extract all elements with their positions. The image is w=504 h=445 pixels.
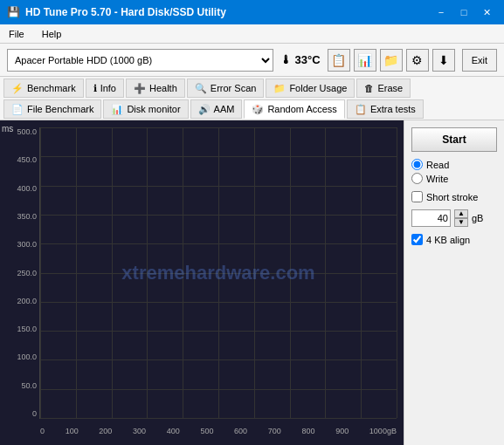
folder-icon: 📁 xyxy=(273,83,286,94)
spinner-buttons: ▲ ▼ xyxy=(454,209,468,227)
y-label-500: 500.0 xyxy=(2,127,37,136)
stroke-value-input[interactable] xyxy=(411,209,451,227)
info-icon: ℹ xyxy=(93,83,97,94)
error-scan-icon: 🔍 xyxy=(195,83,207,94)
toolbar-icon-2[interactable]: 📊 xyxy=(354,49,376,72)
menu-bar: File Help xyxy=(0,24,504,44)
y-label-250: 250.0 xyxy=(2,269,37,277)
tab-disk-monitor[interactable]: 📊 Disk monitor xyxy=(103,99,188,119)
y-label-200: 200.0 xyxy=(2,297,37,305)
temperature-value: 33°C xyxy=(295,53,321,66)
toolbar: Apacer Portable HDD (1000 gB) 🌡 33°C 📋 📊… xyxy=(0,44,504,77)
radio-write[interactable]: Write xyxy=(411,173,497,184)
x-label-700: 700 xyxy=(268,427,281,435)
y-label-350: 350.0 xyxy=(2,212,37,221)
short-stroke-input[interactable] xyxy=(411,191,423,202)
thermometer-icon: 🌡 xyxy=(280,53,292,66)
exit-button[interactable]: Exit xyxy=(462,49,497,72)
tab-random-access[interactable]: 🎲 Random Access xyxy=(244,99,344,119)
y-label-150: 150.0 xyxy=(2,325,37,333)
tab-erase[interactable]: 🗑 Erase xyxy=(356,79,411,98)
main-content: ms 0 50.0 100.0 150.0 200.0 250.0 300.0 … xyxy=(0,120,504,445)
toolbar-icon-4[interactable]: ⚙ xyxy=(406,49,429,72)
benchmark-icon: ⚡ xyxy=(11,83,24,94)
title-bar: 💾 HD Tune Pro 5.70 - Hard Disk/SSD Utili… xyxy=(0,0,504,24)
y-label-50: 50.0 xyxy=(2,381,37,390)
toolbar-icon-3[interactable]: 📁 xyxy=(380,49,403,72)
y-label-100: 100.0 xyxy=(2,353,37,361)
radio-read-input[interactable] xyxy=(411,159,423,170)
radio-group: Read Write xyxy=(411,159,497,184)
toolbar-icon-5[interactable]: ⬇ xyxy=(432,49,455,72)
tab-bar: ⚡ Benchmark ℹ Info ➕ Health 🔍 Error Scan… xyxy=(0,77,504,120)
x-label-200: 200 xyxy=(99,427,112,435)
stroke-unit: gB xyxy=(472,213,483,223)
maximize-button[interactable]: □ xyxy=(453,3,474,21)
short-stroke-checkbox[interactable]: Short stroke xyxy=(411,191,497,202)
x-label-500: 500 xyxy=(200,427,213,435)
app-title: HD Tune Pro 5.70 - Hard Disk/SSD Utility xyxy=(25,6,226,18)
tab-health[interactable]: ➕ Health xyxy=(126,79,185,98)
minimize-button[interactable]: − xyxy=(431,3,452,21)
erase-icon: 🗑 xyxy=(364,83,374,93)
tab-extra-tests[interactable]: 📋 Extra tests xyxy=(347,99,424,119)
title-bar-controls: − □ ✕ xyxy=(431,3,497,21)
x-label-1000: 1000gB xyxy=(369,427,397,435)
tab-info[interactable]: ℹ Info xyxy=(86,79,124,98)
spin-down-button[interactable]: ▼ xyxy=(454,218,468,227)
close-button[interactable]: ✕ xyxy=(476,3,497,21)
radio-write-input[interactable] xyxy=(411,173,423,184)
tab-file-benchmark[interactable]: 📄 File Benchmark xyxy=(3,99,101,119)
x-label-800: 800 xyxy=(301,427,314,435)
stroke-spinner: ▲ ▼ gB xyxy=(411,209,497,227)
tab-benchmark[interactable]: ⚡ Benchmark xyxy=(3,79,84,98)
kb-align-input[interactable] xyxy=(411,234,423,245)
y-label-0: 0 xyxy=(2,409,37,418)
title-bar-left: 💾 HD Tune Pro 5.70 - Hard Disk/SSD Utili… xyxy=(7,6,226,18)
x-label-400: 400 xyxy=(167,427,180,435)
toolbar-icon-1[interactable]: 📋 xyxy=(328,49,350,72)
chart-grid: 0 50.0 100.0 150.0 200.0 250.0 300.0 350… xyxy=(39,127,397,419)
extra-tests-icon: 📋 xyxy=(355,104,367,115)
app-icon: 💾 xyxy=(7,6,20,18)
tab-aam[interactable]: 🔊 AAM xyxy=(190,99,243,119)
random-access-icon: 🎲 xyxy=(252,104,264,115)
radio-read[interactable]: Read xyxy=(411,159,497,170)
aam-icon: 🔊 xyxy=(198,104,211,115)
tab-error-scan[interactable]: 🔍 Error Scan xyxy=(187,79,265,98)
drive-select[interactable]: Apacer Portable HDD (1000 gB) xyxy=(7,49,273,72)
x-label-100: 100 xyxy=(66,427,79,435)
y-label-450: 450.0 xyxy=(2,155,37,164)
spin-up-button[interactable]: ▲ xyxy=(454,209,468,218)
chart-area: ms 0 50.0 100.0 150.0 200.0 250.0 300.0 … xyxy=(0,120,404,445)
short-stroke-label: Short stroke xyxy=(426,192,478,202)
disk-monitor-icon: 📊 xyxy=(111,104,123,115)
health-icon: ➕ xyxy=(134,83,146,94)
chart-svg xyxy=(40,127,397,418)
menu-help[interactable]: Help xyxy=(38,27,66,41)
y-labels: 0 50.0 100.0 150.0 200.0 250.0 300.0 350… xyxy=(2,127,37,418)
x-labels: 0 100 200 300 400 500 600 700 800 900 10… xyxy=(40,427,397,435)
menu-file[interactable]: File xyxy=(5,27,28,41)
x-label-600: 600 xyxy=(234,427,247,435)
chart-container: ms 0 50.0 100.0 150.0 200.0 250.0 300.0 … xyxy=(0,120,404,445)
y-label-400: 400.0 xyxy=(2,184,37,193)
right-panel: Start Read Write Short stroke ▲ ▼ gB xyxy=(404,120,504,445)
x-label-0: 0 xyxy=(40,427,45,435)
temperature-display: 🌡 33°C xyxy=(280,53,321,66)
x-label-300: 300 xyxy=(133,427,146,435)
y-label-300: 300.0 xyxy=(2,240,37,249)
radio-write-label: Write xyxy=(426,174,448,184)
radio-read-label: Read xyxy=(426,160,449,170)
tab-folder-usage[interactable]: 📁 Folder Usage xyxy=(266,79,355,98)
x-label-900: 900 xyxy=(335,427,349,435)
start-button[interactable]: Start xyxy=(411,127,497,152)
toolbar-icons: 📋 📊 📁 ⚙ ⬇ xyxy=(328,49,455,72)
kb-align-checkbox[interactable]: 4 KB align xyxy=(411,234,497,245)
kb-align-label: 4 KB align xyxy=(426,235,470,245)
file-benchmark-icon: 📄 xyxy=(11,104,24,115)
